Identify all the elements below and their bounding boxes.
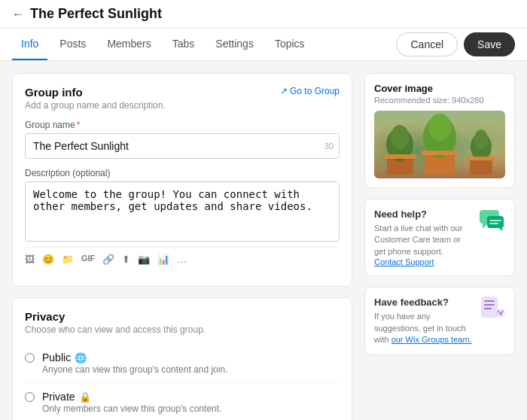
header: ← The Perfect Sunlight (0, 0, 527, 29)
privacy-private-label: Private 🔒 (42, 391, 221, 403)
chat-bubble-icon (480, 208, 505, 233)
svg-rect-14 (487, 216, 504, 228)
link-icon[interactable]: 🔗 (102, 254, 114, 265)
feedback-text: If you have any suggestions, get in touc… (374, 311, 475, 345)
tab-members[interactable]: Members (98, 29, 160, 60)
svg-point-8 (474, 129, 488, 149)
back-button[interactable]: ← (12, 8, 24, 21)
svg-point-4 (391, 125, 409, 149)
need-help-text: Start a live chat with our Customer Care… (374, 223, 474, 257)
svg-rect-2 (470, 158, 492, 175)
svg-point-22 (496, 309, 505, 318)
description-label: Description (optional) (25, 168, 340, 178)
image-icon[interactable]: 🖼 (25, 254, 35, 265)
svg-rect-11 (467, 157, 495, 160)
svg-rect-20 (484, 304, 495, 306)
svg-rect-18 (481, 297, 498, 318)
tab-tabs[interactable]: Tabs (163, 29, 204, 60)
group-name-input-wrapper: 30 (25, 133, 340, 159)
privacy-public-radio[interactable] (25, 353, 35, 363)
cover-image-card: Cover image Recommended size: 940x280 (364, 73, 515, 188)
feedback-card: Have feedback? If you have any suggestio… (364, 287, 515, 355)
group-name-label: Group name* (25, 120, 340, 130)
cover-image-visual (374, 111, 505, 178)
emoji-icon[interactable]: 😊 (42, 254, 54, 265)
go-to-group-link[interactable]: ↗ Go to Group (280, 86, 340, 96)
folder-icon[interactable]: 📁 (62, 254, 74, 265)
svg-rect-21 (484, 308, 492, 309)
group-info-header: Group info Add a group name and descript… (25, 86, 166, 120)
right-panel: Cover image Recommended size: 940x280 (364, 73, 515, 420)
tab-posts[interactable]: Posts (50, 29, 95, 60)
privacy-private-option: Private 🔒 Only members can view this gro… (25, 383, 340, 420)
svg-marker-15 (499, 228, 502, 231)
svg-rect-10 (422, 151, 458, 155)
privacy-public-content: Public 🌐 Anyone can view this group's co… (42, 352, 227, 375)
group-name-field-group: Group name* 30 (25, 120, 340, 159)
cover-image-title: Cover image (374, 83, 505, 94)
photo-icon[interactable]: 📷 (138, 254, 150, 265)
tab-topics[interactable]: Topics (266, 29, 314, 60)
group-info-title: Group info (25, 86, 166, 99)
group-info-subtitle: Add a group name and description. (25, 100, 166, 111)
need-help-card: Need help? Start a live chat with our Cu… (364, 199, 515, 276)
svg-point-6 (428, 114, 451, 141)
left-panel: Group info Add a group name and descript… (12, 73, 352, 420)
group-info-card: Group info Add a group name and descript… (12, 73, 352, 287)
group-name-input[interactable] (25, 133, 340, 159)
public-icon: 🌐 (75, 352, 87, 364)
privacy-private-radio[interactable] (25, 392, 35, 402)
svg-rect-9 (384, 154, 416, 159)
group-name-count: 30 (324, 142, 334, 151)
tab-info[interactable]: Info (12, 29, 47, 60)
privacy-public-desc: Anyone can view this group's content and… (42, 364, 227, 375)
need-help-title: Need help? (374, 208, 474, 220)
upload-icon[interactable]: ⬆ (122, 254, 130, 265)
tab-settings[interactable]: Settings (206, 29, 263, 60)
lock-icon: 🔒 (79, 391, 91, 403)
privacy-private-desc: Only members can view this group's conte… (42, 403, 221, 414)
gif-icon[interactable]: GIF (81, 254, 95, 265)
feedback-title: Have feedback? (374, 297, 475, 308)
description-textarea[interactable]: Welcome to the group! You can connect wi… (25, 181, 340, 242)
svg-marker-13 (483, 224, 488, 229)
wix-groups-link[interactable]: our Wix Groups team. (391, 335, 472, 344)
privacy-public-label: Public 🌐 (42, 352, 227, 364)
save-button[interactable]: Save (464, 32, 515, 56)
editor-toolbar: 🖼 😊 📁 GIF 🔗 ⬆ 📷 📊 … (25, 247, 340, 265)
privacy-subtitle: Choose who can view and access this grou… (25, 324, 340, 335)
external-link-icon: ↗ (280, 86, 288, 96)
main-content: Group info Add a group name and descript… (0, 61, 527, 420)
cover-image-preview[interactable] (374, 111, 505, 178)
privacy-private-content: Private 🔒 Only members can view this gro… (42, 391, 221, 414)
cover-image-subtitle: Recommended size: 940x280 (374, 96, 505, 105)
cancel-button[interactable]: Cancel (396, 32, 458, 56)
tabs-actions: Cancel Save (396, 32, 515, 56)
privacy-card: Privacy Choose who can view and access t… (12, 297, 352, 420)
feedback-icon (481, 297, 505, 321)
tabs-bar: Info Posts Members Tabs Settings Topics … (0, 29, 527, 61)
chart-icon[interactable]: 📊 (157, 254, 169, 265)
description-field-group: Description (optional) Welcome to the gr… (25, 168, 340, 265)
page-title: The Perfect Sunlight (30, 6, 162, 22)
privacy-public-option: Public 🌐 Anyone can view this group's co… (25, 344, 340, 383)
svg-rect-19 (484, 300, 495, 302)
more-icon[interactable]: … (177, 254, 187, 265)
contact-support-link[interactable]: Contact Support (374, 257, 474, 266)
privacy-title: Privacy (25, 310, 340, 323)
